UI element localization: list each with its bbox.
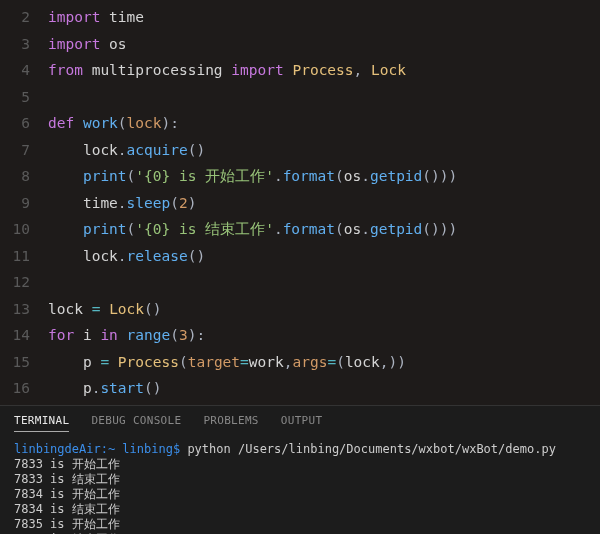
code-content[interactable]: lock.acquire() <box>48 137 205 164</box>
code-line[interactable]: 9 time.sleep(2) <box>0 190 600 217</box>
code-line[interactable]: 16 p.start() <box>0 375 600 402</box>
prompt-host: linbingdeAir:~ linbing$ <box>14 442 180 456</box>
line-number: 14 <box>0 322 48 349</box>
terminal-line: 7835 is 开始工作 <box>14 517 586 532</box>
line-number: 16 <box>0 375 48 402</box>
panel-tab-problems[interactable]: PROBLEMS <box>203 414 258 432</box>
terminal-prompt-line: linbingdeAir:~ linbing$ python /Users/li… <box>14 442 586 457</box>
line-number: 10 <box>0 216 48 243</box>
code-content[interactable]: for i in range(3): <box>48 322 205 349</box>
line-number: 15 <box>0 349 48 376</box>
line-number: 2 <box>0 4 48 31</box>
line-number: 13 <box>0 296 48 323</box>
panel-tab-debug-console[interactable]: DEBUG CONSOLE <box>91 414 181 432</box>
terminal-line: 7834 is 结束工作 <box>14 502 586 517</box>
code-line[interactable]: 13lock = Lock() <box>0 296 600 323</box>
code-line[interactable]: 6def work(lock): <box>0 110 600 137</box>
code-line[interactable]: 14for i in range(3): <box>0 322 600 349</box>
code-line[interactable]: 5 <box>0 84 600 111</box>
prompt-command: python /Users/linbing/Documents/wxbot/wx… <box>180 442 556 456</box>
code-line[interactable]: 12 <box>0 269 600 296</box>
line-number: 12 <box>0 269 48 296</box>
panel-tab-output[interactable]: OUTPUT <box>281 414 323 432</box>
line-number: 4 <box>0 57 48 84</box>
code-content[interactable]: lock.release() <box>48 243 205 270</box>
code-content[interactable]: print('{0} is 结束工作'.format(os.getpid())) <box>48 216 457 243</box>
code-line[interactable]: 10 print('{0} is 结束工作'.format(os.getpid(… <box>0 216 600 243</box>
code-line[interactable]: 7 lock.acquire() <box>0 137 600 164</box>
code-line[interactable]: 3import os <box>0 31 600 58</box>
code-content[interactable]: from multiprocessing import Process, Loc… <box>48 57 406 84</box>
code-line[interactable]: 11 lock.release() <box>0 243 600 270</box>
line-number: 5 <box>0 84 48 111</box>
code-line[interactable]: 2import time <box>0 4 600 31</box>
panel-tab-terminal[interactable]: TERMINAL <box>14 414 69 432</box>
code-content[interactable]: import time <box>48 4 144 31</box>
line-number: 7 <box>0 137 48 164</box>
line-number: 9 <box>0 190 48 217</box>
line-number: 3 <box>0 31 48 58</box>
code-content[interactable]: p = Process(target=work,args=(lock,)) <box>48 349 406 376</box>
terminal-line: 7833 is 开始工作 <box>14 457 586 472</box>
code-content[interactable]: print('{0} is 开始工作'.format(os.getpid())) <box>48 163 457 190</box>
line-number: 11 <box>0 243 48 270</box>
line-number: 8 <box>0 163 48 190</box>
terminal-output[interactable]: linbingdeAir:~ linbing$ python /Users/li… <box>0 438 600 534</box>
line-number: 6 <box>0 110 48 137</box>
code-content[interactable]: time.sleep(2) <box>48 190 196 217</box>
bottom-panel: TERMINALDEBUG CONSOLEPROBLEMSOUTPUT linb… <box>0 405 600 534</box>
code-content[interactable]: lock = Lock() <box>48 296 162 323</box>
code-content[interactable]: def work(lock): <box>48 110 179 137</box>
code-content[interactable]: import os <box>48 31 127 58</box>
panel-tabs: TERMINALDEBUG CONSOLEPROBLEMSOUTPUT <box>0 406 600 438</box>
terminal-line: 7833 is 结束工作 <box>14 472 586 487</box>
terminal-line: 7834 is 开始工作 <box>14 487 586 502</box>
code-content[interactable]: p.start() <box>48 375 162 402</box>
code-line[interactable]: 15 p = Process(target=work,args=(lock,)) <box>0 349 600 376</box>
code-editor[interactable]: 2import time3import os4from multiprocess… <box>0 0 600 405</box>
code-line[interactable]: 4from multiprocessing import Process, Lo… <box>0 57 600 84</box>
code-line[interactable]: 8 print('{0} is 开始工作'.format(os.getpid()… <box>0 163 600 190</box>
